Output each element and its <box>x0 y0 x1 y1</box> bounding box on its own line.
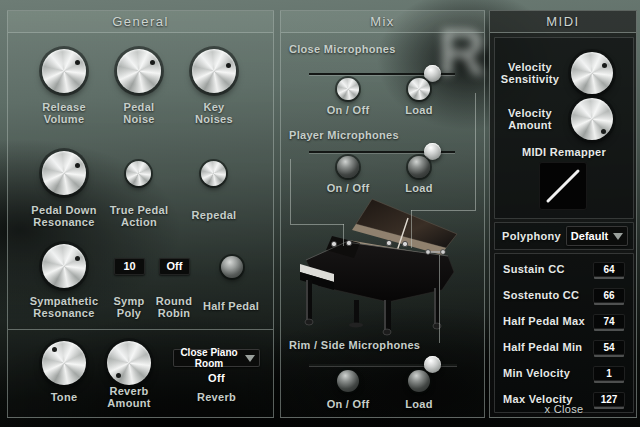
mic-marker <box>426 250 431 255</box>
reverb-status: Off <box>173 372 260 384</box>
midi-header: MIDI <box>490 11 636 33</box>
cc-row-value[interactable]: 1 <box>593 366 625 381</box>
polyphony-dropdown[interactable]: Default <box>566 226 628 246</box>
player-mics-label: Player Microphones <box>289 129 459 141</box>
player-mics-level-slider[interactable] <box>309 144 455 160</box>
repedal-label: Repedal <box>169 209 259 221</box>
mic-marker <box>441 250 446 255</box>
velocity-amount-label: VelocityAmount <box>494 107 566 131</box>
cc-row-sustain: Sustain CC 64 <box>495 256 633 282</box>
rim-mics-connector-line <box>439 255 440 343</box>
remapper-curve-line <box>539 162 587 210</box>
mix-header: Mix <box>281 11 484 33</box>
mic-marker <box>346 240 351 245</box>
cc-row-label: Sustain CC <box>503 263 565 275</box>
cc-row-value[interactable]: 74 <box>593 314 625 329</box>
general-title: General <box>112 14 169 29</box>
close-panel-button[interactable]: x Close <box>490 403 638 417</box>
pedal-noise-knob[interactable] <box>117 49 161 93</box>
knob-indicator-dot <box>601 129 606 134</box>
grand-piano-image <box>296 196 471 336</box>
player-mics-load-label: Load <box>384 182 454 194</box>
rim-mics-load-label: Load <box>384 398 454 410</box>
half-pedal-knob[interactable] <box>221 256 243 278</box>
knob-indicator-dot <box>75 60 80 65</box>
close-mics-connector-line <box>411 210 476 211</box>
reverb-type-value: Close Piano Room <box>173 347 245 369</box>
player-mics-load-knob[interactable] <box>408 156 430 178</box>
player-mics-connector-line <box>290 159 291 224</box>
close-mics-load-knob[interactable] <box>408 78 430 100</box>
close-mics-connector-line <box>411 210 412 248</box>
half-pedal-label: Half Pedal <box>193 300 269 312</box>
chevron-down-icon <box>613 233 623 240</box>
rim-mics-label: Rim / Side Microphones <box>289 339 479 351</box>
close-mics-on-off-knob[interactable] <box>337 78 359 100</box>
close-mics-connector-line <box>475 93 476 210</box>
cc-row-label: Half Pedal Min <box>503 341 582 353</box>
reverb-amount-knob[interactable] <box>107 341 151 385</box>
cc-row-value[interactable]: 54 <box>593 340 625 355</box>
velocity-sensitivity-label: VelocitySensitivity <box>494 61 566 85</box>
player-mics-on-off-knob[interactable] <box>337 156 359 178</box>
tone-knob[interactable] <box>42 341 86 385</box>
cc-row-value[interactable]: 66 <box>593 288 625 303</box>
midi-title: MIDI <box>546 14 579 29</box>
velocity-sensitivity-knob[interactable] <box>571 52 613 94</box>
rim-mics-on-off-label: On / Off <box>313 398 383 410</box>
close-mics-level-slider[interactable] <box>309 66 455 82</box>
cc-row-label: Half Pedal Max <box>503 315 585 327</box>
midi-remapper-curve[interactable] <box>539 162 587 210</box>
close-mics-on-off-label: On / Off <box>313 104 383 116</box>
polyphony-value: Default <box>566 230 613 242</box>
mic-marker <box>386 240 391 245</box>
reverb-label: Reverb <box>173 391 260 403</box>
cc-row-half-pedal-max: Half Pedal Max 74 <box>495 308 633 334</box>
key-noises-label: KeyNoises <box>174 101 254 125</box>
round-robin-value[interactable]: Off <box>159 258 190 275</box>
cc-row-value[interactable]: 64 <box>593 262 625 277</box>
slider-handle[interactable] <box>424 65 441 82</box>
cc-row-label: Min Velocity <box>503 367 570 379</box>
repedal-knob[interactable] <box>201 161 226 186</box>
rim-mics-level-slider[interactable] <box>309 357 457 373</box>
mix-title: Mix <box>370 14 395 29</box>
general-header: General <box>8 11 273 33</box>
player-mics-connector-line <box>343 224 344 246</box>
general-panel: General ReleaseVolume PedalNoise KeyNois… <box>7 10 274 418</box>
polyphony-label: Polyphony <box>502 230 566 242</box>
slider-handle[interactable] <box>424 143 441 160</box>
symp-poly-value[interactable]: 10 <box>114 258 145 275</box>
release-volume-label: ReleaseVolume <box>24 101 104 125</box>
mic-marker <box>331 241 336 246</box>
knob-indicator-dot <box>116 373 121 378</box>
reverb-amount-label: ReverbAmount <box>89 385 169 409</box>
knob-indicator-dot <box>75 256 80 261</box>
cc-row-half-pedal-min: Half Pedal Min 54 <box>495 334 633 360</box>
pedal-down-resonance-knob[interactable] <box>42 151 86 195</box>
player-mics-on-off-label: On / Off <box>313 182 383 194</box>
rim-mics-load-knob[interactable] <box>408 370 430 392</box>
true-pedal-action-knob[interactable] <box>126 161 151 186</box>
midi-cc-box: Sustain CC 64 Sostenuto CC 66 Half Pedal… <box>494 253 634 413</box>
slider-handle[interactable] <box>424 356 441 373</box>
knob-indicator-dot <box>226 63 231 68</box>
midi-remapper-label: MIDI Remapper <box>494 146 634 158</box>
cc-row-min-velocity: Min Velocity 1 <box>495 360 633 386</box>
knob-indicator-dot <box>75 163 80 168</box>
velocity-amount-knob[interactable] <box>571 98 613 140</box>
cc-row-sostenuto: Sostenuto CC 66 <box>495 282 633 308</box>
mix-panel: Mix Close Microphones On / Off Load Play… <box>280 10 485 418</box>
key-noises-knob[interactable] <box>192 49 236 93</box>
plugin-window: R General ReleaseVolume PedalNoise KeyNo… <box>0 0 640 427</box>
knob-indicator-dot <box>52 347 57 352</box>
knob-indicator-dot <box>150 60 155 65</box>
rim-mics-on-off-knob[interactable] <box>337 370 359 392</box>
reverb-type-dropdown[interactable]: Close Piano Room <box>173 349 260 367</box>
close-mics-load-label: Load <box>384 104 454 116</box>
chevron-down-icon <box>245 355 255 362</box>
midi-panel: MIDI VelocitySensitivity VelocityAmount … <box>489 10 637 418</box>
release-volume-knob[interactable] <box>42 49 86 93</box>
sympathetic-resonance-knob[interactable] <box>42 244 86 288</box>
player-mics-connector-line <box>290 224 344 225</box>
